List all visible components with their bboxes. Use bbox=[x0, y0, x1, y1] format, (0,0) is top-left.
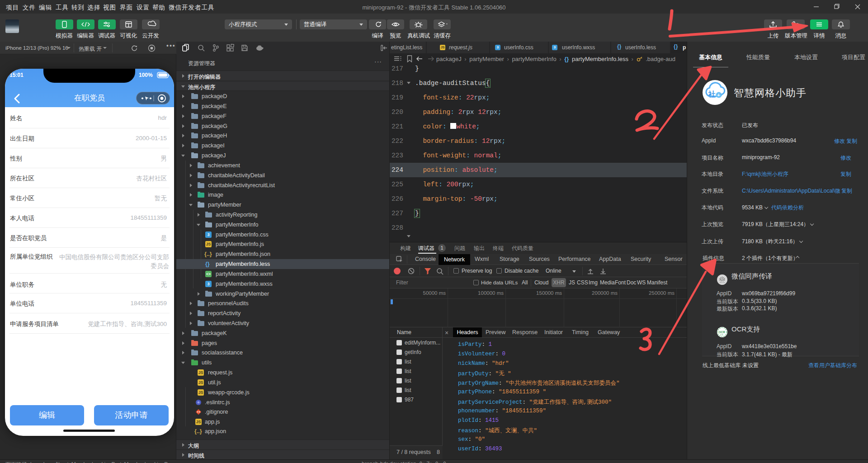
svg-text:WeChat: WeChat bbox=[720, 282, 725, 283]
svg-text:+: + bbox=[717, 92, 720, 98]
svg-text:社: 社 bbox=[708, 90, 716, 98]
svg-text:支持: 支持 bbox=[720, 334, 724, 336]
svg-text:OCR: OCR bbox=[718, 331, 725, 334]
